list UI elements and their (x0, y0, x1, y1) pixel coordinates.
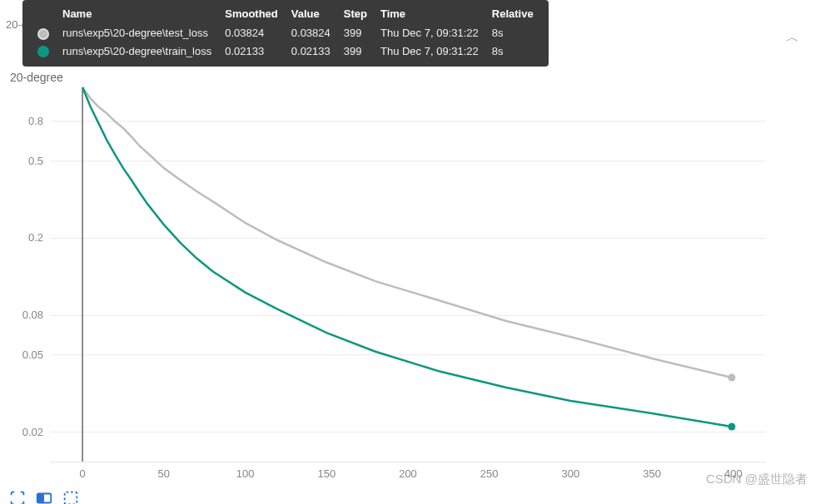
svg-rect-27 (65, 492, 77, 504)
col-value: Value (285, 5, 337, 24)
cell-step: 399 (337, 24, 374, 42)
tooltip-row: runs\exp5\20-degree\test_loss 0.03824 0.… (31, 24, 540, 42)
cell-time: Thu Dec 7, 09:31:22 (374, 42, 485, 61)
svg-rect-26 (37, 494, 44, 503)
svg-text:300: 300 (562, 467, 580, 480)
cell-name: runs\exp5\20-degree\test_loss (56, 24, 218, 42)
watermark-text: CSDN @盛世隐者 (706, 472, 808, 487)
chart-toolbar (8, 489, 80, 504)
svg-text:150: 150 (317, 467, 335, 480)
col-relative: Relative (485, 5, 540, 24)
svg-text:0.05: 0.05 (22, 348, 43, 361)
expand-icon[interactable] (8, 489, 27, 504)
col-step: Step (337, 5, 374, 24)
svg-text:50: 50 (158, 467, 170, 480)
tooltip-row: runs\exp5\20-degree\train_loss 0.02133 0… (31, 42, 540, 61)
hover-tooltip: Name Smoothed Value Step Time Relative r… (22, 0, 549, 67)
cell-smoothed: 0.03824 (218, 24, 285, 42)
cell-name: runs\exp5\20-degree\train_loss (56, 42, 218, 61)
col-time: Time (374, 5, 485, 24)
svg-text:0.8: 0.8 (28, 115, 43, 127)
cell-relative: 8s (485, 24, 540, 42)
svg-text:200: 200 (399, 467, 417, 480)
cell-value: 0.03824 (285, 24, 337, 42)
cell-time: Thu Dec 7, 09:31:22 (374, 24, 485, 42)
svg-text:0.08: 0.08 (22, 309, 43, 321)
svg-text:0.5: 0.5 (28, 155, 43, 167)
svg-text:0.02: 0.02 (22, 425, 43, 437)
svg-point-24 (728, 422, 735, 430)
col-name: Name (56, 5, 218, 24)
swatch-icon (37, 46, 49, 57)
chevron-up-icon[interactable]: ︿ (786, 29, 799, 47)
svg-text:250: 250 (480, 467, 499, 480)
svg-text:350: 350 (643, 467, 661, 480)
cell-value: 0.02133 (285, 42, 337, 61)
chart-svg: 0.020.050.080.20.50.80501001502002503003… (4, 83, 812, 487)
cell-step: 399 (337, 42, 374, 61)
col-smoothed: Smoothed (218, 5, 285, 24)
fit-domain-icon[interactable] (62, 489, 80, 504)
svg-text:100: 100 (236, 467, 255, 480)
swatch-icon (37, 28, 49, 40)
cell-smoothed: 0.02133 (218, 42, 285, 61)
col-swatch (31, 5, 56, 24)
cell-relative: 8s (485, 42, 540, 61)
svg-text:0.2: 0.2 (28, 231, 43, 244)
toggle-yaxis-icon[interactable] (35, 489, 53, 504)
chart-subtitle: 20-degree (10, 71, 63, 84)
svg-text:0: 0 (79, 467, 85, 480)
line-chart[interactable]: 0.020.050.080.20.50.80501001502002503003… (4, 83, 812, 487)
svg-point-23 (728, 373, 735, 381)
tooltip-table: Name Smoothed Value Step Time Relative r… (31, 5, 540, 60)
